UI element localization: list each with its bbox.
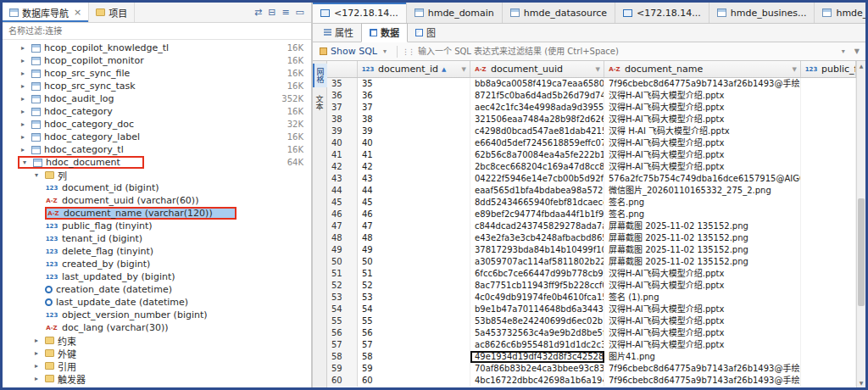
tree-item-document_id-bigint-[interactable]: 123document_id (bigint)	[3, 181, 311, 194]
cell-document-uuid[interactable]: bb8a9ca0058f419ca7eaa658078dcb05	[470, 78, 604, 90]
cell-document-id[interactable]: 44	[358, 185, 470, 197]
cell-document-name[interactable]: 汉得H-AI飞码大模型介绍.pptx	[604, 90, 801, 102]
cell-public-flag[interactable]	[801, 244, 856, 256]
tree-item-hdoc_document[interactable]: ▾hdoc_document64K	[3, 156, 311, 169]
cell-document-name[interactable]: 汉得H-AI飞码大模型介绍.pptx	[604, 161, 801, 173]
cell-document-uuid[interactable]: b9e1b47a70114648bd6a34431d0c3af4	[470, 304, 604, 315]
editor-tab[interactable]: hmde_datasource	[503, 3, 615, 23]
cell-public-flag[interactable]	[801, 280, 856, 292]
cell-document-uuid[interactable]: 8721f5c0ba6d4ad5b26d79d741a56a83	[470, 90, 604, 102]
expander-icon[interactable]: ▾	[31, 171, 42, 179]
tree-item-delete_flag-tinyint-[interactable]: 123delete_flag (tinyint)	[3, 245, 311, 258]
cell-document-id[interactable]: 54	[358, 304, 470, 315]
cell-document-uuid[interactable]: eaaf565d1bfa4bdabea98a5729056fd8	[470, 185, 604, 197]
cell-document-name[interactable]: 汉得H-AI飞码大模型介绍.pptx	[604, 268, 801, 280]
cell-document-name[interactable]: 汉得H-AI飞码大模型介绍.pptx	[604, 114, 801, 125]
cell-document-name[interactable]: 汉得H-AI飞码大模型介绍.pptx	[604, 315, 801, 327]
row-number-cell[interactable]: 57	[327, 339, 358, 351]
cell-document-uuid[interactable]: 37817293bda84b14b10499f105093f7e	[470, 244, 604, 256]
row-number-cell[interactable]: 56	[327, 327, 358, 339]
tree-item-引用[interactable]: ▸引用	[3, 359, 311, 372]
cell-document-id[interactable]: 49	[358, 244, 470, 256]
vertical-scrollbar[interactable]: ▲ ▼	[856, 61, 865, 387]
cell-document-name[interactable]: 汉得H-AI飞码大模型介绍.pptx	[604, 280, 801, 292]
cell-public-flag[interactable]	[801, 149, 856, 161]
scroll-up-icon[interactable]: ▲	[857, 61, 865, 70]
cell-public-flag[interactable]	[801, 292, 856, 304]
cell-document-id[interactable]: 36	[358, 90, 470, 102]
row-number-cell[interactable]: 44	[327, 185, 358, 197]
cell-document-id[interactable]: 51	[358, 268, 470, 280]
editor-tab[interactable]: hmde_bo_val...	[815, 3, 865, 23]
tree-item-creation_date-datetime-[interactable]: creation_date (datetime)	[3, 283, 311, 296]
link-editor-icon[interactable]: ⇄	[254, 7, 262, 18]
cell-document-id[interactable]: 43	[358, 173, 470, 185]
column-header-document_uuid[interactable]: A-Zdocument_uuid▼	[470, 61, 604, 77]
column-header-document_name[interactable]: A-Zdocument_name▼	[604, 61, 801, 77]
cell-document-id[interactable]: 35	[358, 78, 470, 90]
close-icon[interactable]: ×	[74, 7, 81, 18]
row-number-cell[interactable]: 38	[327, 114, 358, 125]
tree-item-触发器[interactable]: ▸触发器	[3, 372, 311, 385]
cell-document-name[interactable]: 7f96cbebc8d64775a9b7143af26b1493@手绘采购订单.…	[604, 363, 801, 375]
row-number-cell[interactable]: 60	[327, 375, 358, 387]
cell-public-flag[interactable]	[801, 137, 856, 149]
tab-text-view[interactable]: 文本	[314, 91, 326, 114]
row-number-cell[interactable]: 54	[327, 304, 358, 315]
cell-document-name[interactable]: 屏幕截图 2025-11-02 135152.png	[604, 256, 801, 268]
cell-public-flag[interactable]	[801, 161, 856, 173]
cell-document-id[interactable]: 40	[358, 137, 470, 149]
cell-document-id[interactable]: 38	[358, 114, 470, 125]
view-menu-icon[interactable]: ≡	[281, 7, 289, 18]
cell-document-id[interactable]: 45	[358, 197, 470, 209]
cell-document-id[interactable]: 50	[358, 256, 470, 268]
filter-dropdown-icon[interactable]: ▼	[793, 66, 797, 73]
show-sql-button[interactable]: Show SQL ▾	[316, 46, 392, 57]
cell-public-flag[interactable]	[801, 173, 856, 185]
cell-document-name[interactable]: 屏幕截图 2025-11-02 135152.png	[604, 244, 801, 256]
row-number-cell[interactable]: 55	[327, 315, 358, 327]
cell-document-id[interactable]: 46	[358, 209, 470, 220]
cell-document-name[interactable]: 7f96cbebc8d64775a9b7143af26b1493@手绘采购订单.…	[604, 375, 801, 387]
tree-item-约束[interactable]: ▸约束	[3, 334, 311, 347]
cell-public-flag[interactable]	[801, 304, 856, 315]
tree-item-hdoc_category_doc[interactable]: ▸hdoc_category_doc32K	[3, 118, 311, 131]
cell-document-name[interactable]: 汉得 H-AI 飞码大模型介绍.pptx	[604, 125, 801, 137]
cell-document-name[interactable]: 签名 (1).png	[604, 292, 801, 304]
cell-document-uuid[interactable]: c844dcad243745829278ada7a4e02eb9	[470, 220, 604, 232]
cell-public-flag[interactable]	[801, 78, 856, 90]
cell-document-id[interactable]: 59	[358, 363, 470, 375]
editor-tab[interactable]: <172.18.14...	[615, 3, 709, 23]
expander-icon[interactable]: ▾	[19, 159, 30, 166]
cell-document-name[interactable]: 汉得H-AI飞码大模型介绍.pptx	[604, 149, 801, 161]
tree-item-hcop_src_sync_task[interactable]: ▸hcop_src_sync_task16K	[3, 80, 311, 92]
cell-document-uuid[interactable]: 4bc16722dbbc42698a1b6a19483c52b4	[470, 375, 604, 387]
cell-document-uuid[interactable]: 8dd52434665940febf81dcaeccf3605c	[470, 197, 604, 209]
expander-icon[interactable]: ▸	[18, 133, 28, 141]
cell-public-flag[interactable]	[801, 232, 856, 244]
column-header-document_id[interactable]: 123document_id▲▼	[358, 61, 470, 77]
row-number-cell[interactable]: 52	[327, 280, 358, 292]
cell-document-id[interactable]: 56	[358, 327, 470, 339]
cell-public-flag[interactable]	[801, 256, 856, 268]
expander-icon[interactable]: ▸	[31, 349, 42, 357]
cell-public-flag[interactable]	[801, 363, 856, 375]
row-number-cell[interactable]: 43	[327, 173, 358, 185]
tree-item-hdoc_category_tl[interactable]: ▸hdoc_category_tl16K	[3, 143, 311, 156]
tree-item-document_uuid-varchar-60-[interactable]: A-Zdocument_uuid (varchar(60))	[3, 194, 311, 207]
row-number-cell[interactable]: 45	[327, 197, 358, 209]
tree-item-hdoc_category[interactable]: ▸hdoc_category16K	[3, 105, 311, 118]
cell-document-name[interactable]: 屏幕截图 2025-11-02 135152.png	[604, 220, 801, 232]
row-number-cell[interactable]: 47	[327, 220, 358, 232]
expander-icon[interactable]: ▸	[18, 70, 28, 77]
cell-document-id[interactable]: 60	[358, 375, 470, 387]
tree-item-hcop_copilot_monitor[interactable]: ▸hcop_copilot_monitor16K	[3, 54, 311, 67]
tree-item-索引[interactable]: ▸索引	[3, 385, 311, 387]
tab-data[interactable]: 数据	[361, 23, 408, 42]
cell-document-uuid[interactable]: ac8626c6b955481d91d1dc2c3bde5f59	[470, 339, 604, 351]
cell-document-uuid[interactable]: 49e1934d19df432d8f3c42528f907626	[470, 351, 604, 363]
scroll-down-icon[interactable]: ▼	[857, 378, 865, 387]
cell-document-uuid[interactable]: 53b854e8e24240699d6ec02b1b77bc5b	[470, 315, 604, 327]
cell-document-uuid[interactable]: c4298d0bcad547ae81dab4215d73fa01	[470, 125, 604, 137]
cell-document-id[interactable]: 47	[358, 220, 470, 232]
